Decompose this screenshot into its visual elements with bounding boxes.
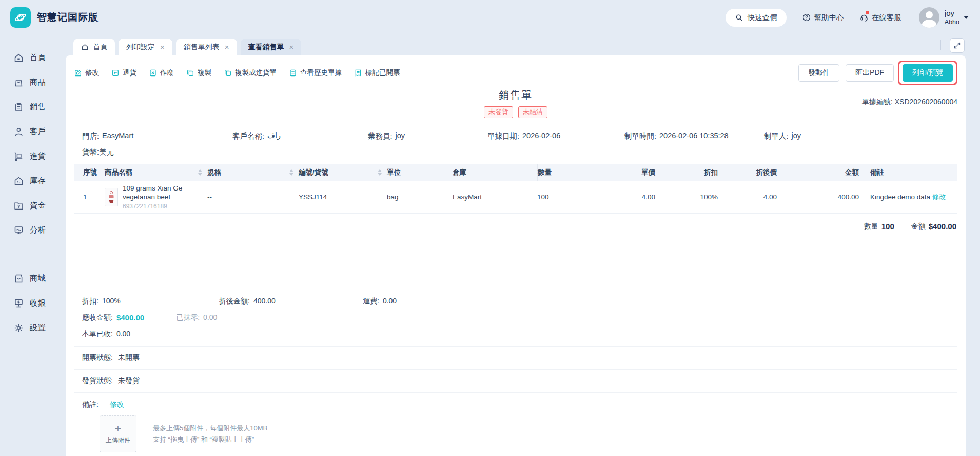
invoice-status: 開票狀態:未開票 xyxy=(74,347,957,369)
annotation-highlight: 列印/預覽 xyxy=(898,61,957,85)
row-qty: 100 xyxy=(537,193,595,201)
field-receivable: 應收金額: $400.00 xyxy=(82,313,144,322)
online-service-label: 在線客服 xyxy=(872,13,901,23)
sidebar-item-cashier[interactable]: 收銀 xyxy=(0,291,66,315)
field-doc-date: 單據日期:2026-02-06 xyxy=(487,131,624,141)
field-discount: 折扣:100% xyxy=(82,297,219,306)
close-icon[interactable]: × xyxy=(225,43,229,51)
online-service[interactable]: 在線客服 xyxy=(859,13,901,23)
notification-dot xyxy=(866,11,869,14)
view-history-action[interactable]: 查看歷史單據 xyxy=(289,68,342,78)
divider xyxy=(940,40,941,50)
status-badge-unsettled: 未結清 xyxy=(518,106,547,118)
mark-invoiced-action[interactable]: 標記已開票 xyxy=(354,68,400,78)
field-creator: 制單人:joy xyxy=(764,131,801,141)
field-store: 門店:EasyMart xyxy=(82,131,232,141)
sidebar-item-sales[interactable]: 銷售 xyxy=(0,94,66,119)
sidebar-item-inventory[interactable]: 庫存 xyxy=(0,168,66,193)
product-barcode: 6937221716189 xyxy=(123,203,203,210)
close-icon[interactable]: × xyxy=(289,43,294,51)
cashier-icon xyxy=(13,298,24,309)
copy-to-purchase-action[interactable]: 複製成進貨單 xyxy=(224,68,277,78)
tab-label: 首頁 xyxy=(93,43,107,52)
fullscreen-button[interactable] xyxy=(950,38,965,53)
tab-sales-list[interactable]: 銷售單列表 × xyxy=(176,39,237,55)
row-unit: bag xyxy=(387,193,453,201)
sidebar-item-mall[interactable]: 商城 xyxy=(0,266,66,291)
upload-attachment-button[interactable]: + 上傳附件 xyxy=(100,415,136,452)
chevron-down-icon[interactable] xyxy=(964,16,969,19)
tab-label: 查看銷售單 xyxy=(248,43,284,52)
sidebar-item-customers[interactable]: 客戶 xyxy=(0,119,66,144)
action-label: 修改 xyxy=(85,68,99,78)
col-discount: 折扣 xyxy=(655,168,718,177)
user-org: Abho xyxy=(945,18,959,27)
sidebar-item-label: 進貨 xyxy=(30,151,46,162)
product-name: 109 grams Xian Ge vegetarian beef xyxy=(123,184,203,202)
tab-home[interactable]: 首頁 xyxy=(73,39,115,55)
action-label: 退貨 xyxy=(123,68,136,78)
send-email-button[interactable]: 發郵件 xyxy=(798,64,839,82)
sidebar-item-products[interactable]: 商品 xyxy=(0,70,66,94)
gear-icon xyxy=(13,322,24,333)
top-header: 智慧记国际版 快速查價 幫助中心 在線客服 joy Abho xyxy=(0,0,980,35)
copy-icon xyxy=(186,69,194,77)
avatar[interactable] xyxy=(919,7,939,28)
app-window: 智慧记国际版 快速查價 幫助中心 在線客服 joy Abho xyxy=(0,0,980,456)
sidebar-item-home[interactable]: 首頁 xyxy=(0,45,66,70)
row-discounted-price: 4.00 xyxy=(718,193,777,201)
edit-action[interactable]: 修改 xyxy=(74,68,99,78)
help-center[interactable]: 幫助中心 xyxy=(802,13,844,23)
col-seq: 序號 xyxy=(74,168,105,177)
edit-order-remark-link[interactable]: 修改 xyxy=(110,400,124,409)
page-title: 銷售單 xyxy=(74,88,957,102)
upload-label: 上傳附件 xyxy=(106,436,130,445)
print-preview-button[interactable]: 列印/預覽 xyxy=(903,64,953,82)
export-pdf-button[interactable]: 匯出PDF xyxy=(846,64,894,82)
sidebar-item-label: 客戶 xyxy=(30,126,46,137)
close-icon[interactable]: × xyxy=(160,43,165,51)
sidebar-item-purchase[interactable]: 進貨 xyxy=(0,144,66,168)
sidebar-item-analytics[interactable]: 分析 xyxy=(0,218,66,242)
sort-icon[interactable] xyxy=(198,169,202,176)
tab-print-settings[interactable]: 列印設定 × xyxy=(119,39,172,55)
row-spec: -- xyxy=(207,193,299,201)
sidebar-item-funds[interactable]: 資金 xyxy=(0,193,66,218)
row-discount: 100% xyxy=(655,193,718,201)
doc-number-label: 單據編號: xyxy=(862,98,893,106)
logo-icon xyxy=(10,7,31,28)
table-header: 序號 商品名稱 規格 編號/貨號 單位 xyxy=(74,164,957,181)
items-table: 序號 商品名稱 規格 編號/貨號 單位 xyxy=(74,164,957,214)
col-warehouse: 倉庫 xyxy=(453,168,537,177)
receipt-icon xyxy=(354,69,362,77)
sort-icon[interactable] xyxy=(289,169,293,176)
monitor-chart-icon xyxy=(13,225,24,236)
return-action[interactable]: 退貨 xyxy=(111,68,136,78)
table-row: 1 109 grams Xian Ge vegetarian beef 6937… xyxy=(74,181,957,214)
void-action[interactable]: 作廢 xyxy=(149,68,174,78)
sidebar-item-label: 銷售 xyxy=(30,102,46,112)
quick-quote-label: 快速查價 xyxy=(748,13,777,23)
order-info-row: 門店:EasyMart 客戶名稱:راف 業務員:joy 單據日期:2026-0… xyxy=(74,131,957,141)
tab-view-sales-order[interactable]: 查看銷售單 × xyxy=(241,39,302,55)
sidebar-item-label: 設置 xyxy=(30,322,46,333)
return-icon xyxy=(111,69,120,77)
quick-quote-search[interactable]: 快速查價 xyxy=(726,9,787,27)
copy-action[interactable]: 複製 xyxy=(186,68,211,78)
user-menu[interactable]: joy Abho xyxy=(945,9,959,26)
plus-icon: + xyxy=(115,423,122,434)
doc-number: 單據編號: XSD202602060004 xyxy=(862,98,957,107)
field-freight: 運費:0.00 xyxy=(363,297,397,306)
tab-label: 銷售單列表 xyxy=(184,43,220,52)
field-salesperson: 業務員:joy xyxy=(368,131,487,141)
totals-amount-value: $400.00 xyxy=(929,222,956,231)
col-spec: 規格 xyxy=(207,168,299,177)
field-customer: 客戶名稱:راف xyxy=(232,131,368,141)
sort-icon[interactable] xyxy=(378,169,382,176)
receivable-amount: $400.00 xyxy=(116,313,144,322)
edit-remark-link[interactable]: 修改 xyxy=(932,193,946,201)
sales-order-panel: 修改 退貨 作廢 複製 xyxy=(66,55,966,456)
sidebar-item-settings[interactable]: 設置 xyxy=(0,315,66,340)
brand-logo: 智慧记国际版 xyxy=(10,7,99,28)
totals-amount-label: 金額 xyxy=(911,222,926,231)
